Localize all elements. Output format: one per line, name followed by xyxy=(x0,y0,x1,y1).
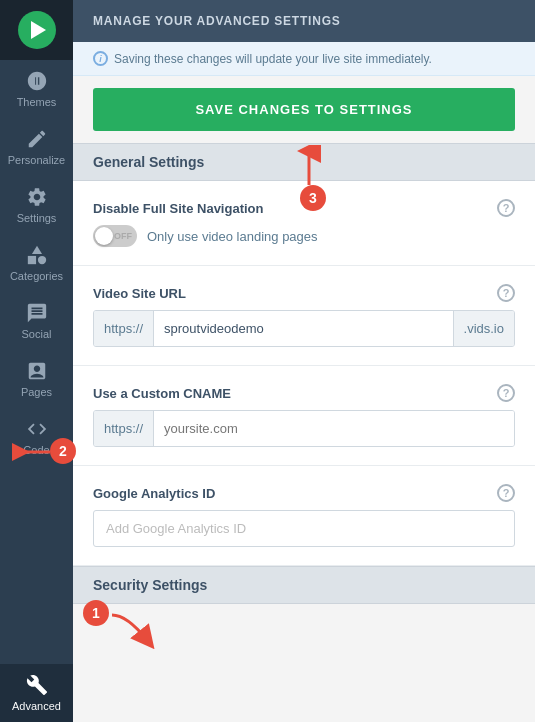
cname-input[interactable] xyxy=(154,411,514,446)
video-site-url-input[interactable] xyxy=(154,311,453,346)
custom-cname-label: Use a Custom CNAME xyxy=(93,386,231,401)
sidebar-item-label: Settings xyxy=(17,212,57,224)
sidebar-item-settings[interactable]: Settings xyxy=(0,176,73,234)
video-site-url-label: Video Site URL xyxy=(93,286,186,301)
cname-prefix: https:// xyxy=(94,411,154,446)
sidebar-item-label: Social xyxy=(22,328,52,340)
disable-navigation-label: Disable Full Site Navigation xyxy=(93,201,263,216)
disable-navigation-setting: Disable Full Site Navigation ? OFF Only … xyxy=(73,181,535,266)
advanced-icon xyxy=(26,674,48,696)
sidebar-item-label: Themes xyxy=(17,96,57,108)
personalize-icon xyxy=(26,128,48,150)
sidebar: Themes Personalize Settings Categories S… xyxy=(0,0,73,722)
toggle-row: OFF Only use video landing pages xyxy=(93,225,515,247)
google-analytics-label: Google Analytics ID xyxy=(93,486,215,501)
sidebar-item-code[interactable]: Code xyxy=(0,408,73,466)
logo-icon xyxy=(18,11,56,49)
url-suffix: .vids.io xyxy=(453,311,514,346)
navigation-toggle[interactable]: OFF xyxy=(93,225,137,247)
toggle-knob xyxy=(95,227,113,245)
toggle-off-label: OFF xyxy=(114,231,132,241)
toggle-description: Only use video landing pages xyxy=(147,229,318,244)
pages-icon xyxy=(26,360,48,382)
sidebar-item-social[interactable]: Social xyxy=(0,292,73,350)
help-icon-url[interactable]: ? xyxy=(497,284,515,302)
help-icon-cname[interactable]: ? xyxy=(497,384,515,402)
main-content: MANAGE YOUR ADVANCED SETTINGS i Saving t… xyxy=(73,0,535,722)
cname-field: https:// xyxy=(93,410,515,447)
page-title: MANAGE YOUR ADVANCED SETTINGS xyxy=(93,14,341,28)
play-icon xyxy=(31,21,46,39)
sidebar-item-label: Code xyxy=(23,444,49,456)
video-site-url-field: https:// .vids.io xyxy=(93,310,515,347)
general-settings-header: General Settings xyxy=(73,143,535,181)
categories-icon xyxy=(26,244,48,266)
themes-icon xyxy=(26,70,48,92)
help-icon-navigation[interactable]: ? xyxy=(497,199,515,217)
sidebar-item-pages[interactable]: Pages xyxy=(0,350,73,408)
google-analytics-input[interactable] xyxy=(93,510,515,547)
svg-rect-3 xyxy=(27,256,35,264)
svg-rect-0 xyxy=(31,76,35,87)
url-prefix: https:// xyxy=(94,311,154,346)
help-icon-analytics[interactable]: ? xyxy=(497,484,515,502)
social-icon xyxy=(26,302,48,324)
sidebar-item-label: Categories xyxy=(10,270,63,282)
sidebar-item-label: Pages xyxy=(21,386,52,398)
security-settings-header: Security Settings xyxy=(73,566,535,604)
video-site-url-setting: Video Site URL ? https:// .vids.io xyxy=(73,266,535,366)
code-icon xyxy=(26,418,48,440)
save-changes-button[interactable]: SAVE CHANGES TO SETTINGS xyxy=(93,88,515,131)
sidebar-item-label: Advanced xyxy=(12,700,61,712)
save-button-wrapper: SAVE CHANGES TO SETTINGS xyxy=(73,76,535,143)
svg-rect-1 xyxy=(38,76,42,87)
svg-point-2 xyxy=(37,256,45,264)
page-header: MANAGE YOUR ADVANCED SETTINGS xyxy=(73,0,535,42)
sidebar-item-label: Personalize xyxy=(8,154,65,166)
sidebar-item-themes[interactable]: Themes xyxy=(0,60,73,118)
sidebar-item-advanced[interactable]: Advanced xyxy=(0,664,73,722)
info-banner: i Saving these changes will update your … xyxy=(73,42,535,76)
settings-icon xyxy=(26,186,48,208)
logo xyxy=(0,0,73,60)
google-analytics-setting: Google Analytics ID ? xyxy=(73,466,535,566)
custom-cname-setting: Use a Custom CNAME ? https:// xyxy=(73,366,535,466)
sidebar-item-categories[interactable]: Categories xyxy=(0,234,73,292)
info-icon: i xyxy=(93,51,108,66)
content-area: i Saving these changes will update your … xyxy=(73,42,535,722)
sidebar-item-personalize[interactable]: Personalize xyxy=(0,118,73,176)
info-text: Saving these changes will update your li… xyxy=(114,52,432,66)
